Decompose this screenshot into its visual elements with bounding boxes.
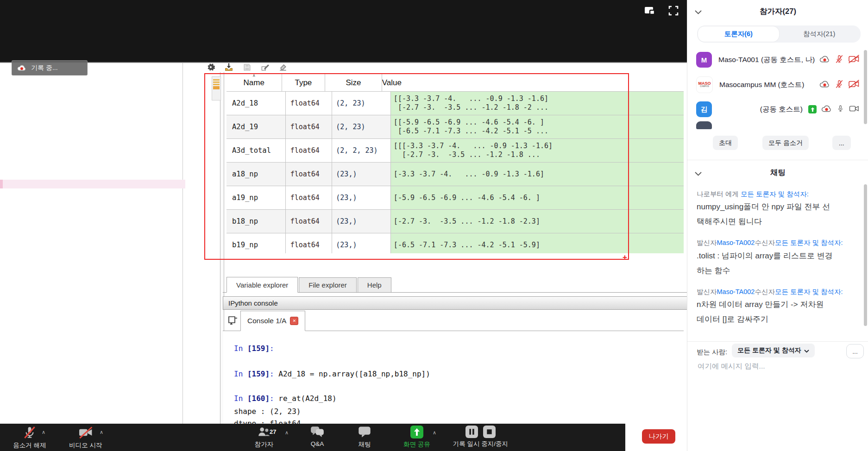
chat-message-text: 하는 함수: [697, 265, 730, 276]
panel-divider: [182, 63, 183, 424]
console-tab-bar: Console 1/A ✕: [223, 311, 684, 331]
table-row[interactable]: A2d_18 float64 (2, 23) [[-3.3 -3.7 -4. .…: [226, 92, 684, 115]
close-console-icon[interactable]: ✕: [290, 317, 298, 325]
share-screen-icon: [410, 432, 423, 440]
video-stage-top: [0, 0, 687, 63]
avatar: 김: [696, 101, 712, 117]
console-line: In [159]: A2d_18 = np.array([a18_np,b18_…: [234, 369, 430, 379]
console-tab[interactable]: Console 1/A ✕: [240, 311, 305, 331]
avatar: [696, 121, 712, 129]
column-header-size[interactable]: Size: [325, 74, 382, 91]
import-data-icon[interactable]: [224, 62, 234, 72]
meeting-toolbar: ∧ 음소거 해제 ∧ 비디오 시작 27 ∧ 참가자 Q&A: [0, 424, 625, 451]
mic-muted-icon[interactable]: [835, 79, 844, 91]
mic-muted-icon: [23, 433, 37, 441]
participant-row[interactable]: M Maso-TA001 (공동 호스트, 나): [696, 49, 860, 70]
options-gear-icon[interactable]: [206, 62, 216, 72]
unmute-button[interactable]: ∧ 음소거 해제: [6, 426, 53, 450]
meeting-sidebar: 참가자(27) 토론자(6) 참석자(21) M Maso-TA001 (공동 …: [687, 0, 868, 451]
participant-name: Masocampus MM (호스트): [719, 80, 804, 90]
participants-icon: [257, 432, 271, 440]
console-line: dtype : float64: [234, 419, 301, 424]
chat-message-text: n차원 데이터 array 만들기 -> 저차원: [697, 299, 824, 310]
column-header-value[interactable]: Value: [382, 74, 684, 91]
recording-badge: 기록 중...: [12, 60, 88, 75]
mic-muted-icon[interactable]: [835, 54, 844, 66]
recipient-label: 받는 사람:: [697, 348, 727, 357]
sort-indicator-icon: ∧: [252, 74, 256, 78]
video-off-icon[interactable]: [848, 54, 860, 66]
fullscreen-icon[interactable]: [668, 6, 679, 18]
chat-more-button[interactable]: ...: [846, 344, 864, 358]
stop-recording-icon[interactable]: [483, 432, 496, 439]
table-row[interactable]: A3d_total float64 (2, 2, 23) [[[-3.3 -3.…: [226, 139, 684, 163]
recording-cloud-icon: [819, 55, 830, 65]
chat-button[interactable]: 채팅: [348, 426, 381, 449]
table-header-row: ∧ Name Type Size Value: [226, 74, 684, 92]
chat-message-text: .tolist : 넘파이의 array를 리스트로 변경: [697, 251, 833, 261]
participant-row[interactable]: 김 (공동 호스트): [696, 99, 860, 120]
save-data-icon[interactable]: [242, 62, 252, 72]
insert-edit-icon[interactable]: [260, 62, 270, 72]
editor-highlight-row: [0, 180, 185, 188]
variable-explorer-toolbar: [206, 62, 288, 73]
table-row[interactable]: A2d_19 float64 (2, 23) [[-5.9 -6.5 -6.9 …: [226, 115, 684, 139]
tab-variable-explorer[interactable]: Variable explorer: [226, 277, 298, 293]
layout-view-icon[interactable]: [645, 6, 656, 18]
section-divider: [687, 341, 868, 342]
table-row[interactable]: a18_np float64 (23,) [-3.3 -3.7 -4. ... …: [226, 163, 684, 186]
variable-explorer-table: ∧ Name Type Size Value A2d_18 float64 (2…: [226, 74, 684, 253]
console-line: shape : (2, 23): [234, 407, 301, 416]
new-console-icon[interactable]: [227, 314, 239, 327]
table-row[interactable]: b19_np float64 (23,) [-6.5 -7.1 -7.3 ...…: [226, 233, 684, 253]
video-off-icon[interactable]: [848, 79, 860, 91]
mic-on-icon[interactable]: [837, 104, 844, 115]
tab-attendees[interactable]: 참석자(21): [779, 26, 860, 42]
recipient-selector[interactable]: 모든 토론자 및 참석자: [732, 344, 815, 357]
participant-row[interactable]: MASO CAMPUS Masocampus MM (호스트): [696, 74, 860, 95]
mic-options-caret[interactable]: ∧: [42, 429, 45, 435]
qna-icon: [310, 432, 325, 440]
pane-tab-bar: Variable explorer File explorer Help: [223, 277, 687, 293]
participants-caret[interactable]: ∧: [285, 430, 289, 436]
tab-panelists[interactable]: 토론자(6): [698, 26, 779, 42]
leave-meeting-button[interactable]: 나가기: [642, 429, 675, 444]
participant-name: (공동 호스트): [760, 105, 803, 114]
qna-button[interactable]: Q&A: [301, 426, 333, 447]
pause-recording-icon[interactable]: [465, 432, 480, 439]
share-screen-button[interactable]: ∧ 화면 공유: [396, 426, 438, 449]
remove-erase-icon[interactable]: [278, 62, 288, 72]
mute-all-button[interactable]: 모두 음소거: [762, 136, 809, 150]
tab-file-explorer[interactable]: File explorer: [299, 277, 357, 292]
start-video-button[interactable]: ∧ 비디오 시작: [63, 426, 109, 450]
participants-scrollbar[interactable]: [864, 50, 867, 124]
ipython-console-pane-header: IPython console: [223, 296, 690, 310]
video-options-caret[interactable]: ∧: [100, 429, 103, 435]
participants-button[interactable]: 27 ∧ 참가자: [239, 426, 289, 449]
recording-cloud-icon: [821, 104, 832, 115]
ipython-console-output[interactable]: In [159]: In [159]: A2d_18 = np.array([a…: [223, 331, 684, 424]
chat-message-text: 택해주시면 됩니다: [697, 216, 762, 227]
chat-panel-title: 채팅: [687, 168, 868, 178]
more-actions-button[interactable]: ...: [832, 136, 851, 150]
avatar: M: [696, 52, 712, 68]
share-options-caret[interactable]: ∧: [433, 430, 436, 436]
recording-label: 기록 중...: [31, 64, 58, 72]
chat-message-text: numpy_using폴더 안 npy 파일 전부 선: [697, 201, 830, 212]
column-header-name[interactable]: ∧ Name: [226, 74, 282, 91]
participants-panel-title: 참가자(27): [687, 6, 868, 17]
column-header-type[interactable]: Type: [282, 74, 326, 91]
chat-message-input[interactable]: [697, 362, 851, 371]
invite-button[interactable]: 초대: [713, 136, 738, 150]
zoom-meeting-window: 기록 중... ∧ Name: [0, 0, 868, 451]
record-control-button[interactable]: 기록 일시 중지/중지: [449, 426, 512, 448]
video-on-icon[interactable]: [849, 104, 860, 115]
chat-scrollbar[interactable]: [864, 184, 867, 326]
tab-help[interactable]: Help: [358, 277, 391, 292]
table-scrollbar-marks[interactable]: [212, 76, 221, 100]
table-row[interactable]: b18_np float64 (23,) [-2.7 -3. -3.5 ... …: [226, 210, 684, 233]
table-row[interactable]: a19_np float64 (23,) [-5.9 -6.5 -6.9 ...…: [226, 186, 684, 210]
chat-message-meta: 나로부터 에게 모든 토론자 및 참석자:: [697, 190, 809, 199]
recording-cloud-icon: [819, 80, 830, 90]
participants-count: 27: [270, 428, 276, 435]
